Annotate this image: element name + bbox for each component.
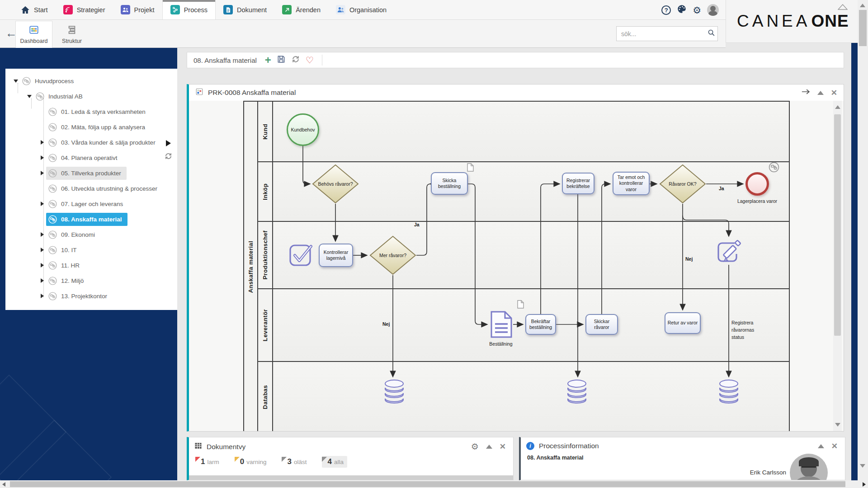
diagram-scrollbar[interactable]: [833, 101, 842, 431]
tree-item-03[interactable]: 03. Vårda kunder & sälja produkter: [5, 135, 177, 150]
tree-item-08-selected[interactable]: 08. Anskaffa material: [5, 211, 177, 227]
tree-item-label: 05. Tillverka produkter: [61, 170, 121, 177]
tree-item-10[interactable]: 10. IT: [5, 242, 177, 258]
tree-item-07[interactable]: 07. Lager och leverans: [5, 196, 177, 211]
register-edit-icon[interactable]: [715, 239, 743, 267]
panel-settings-icon[interactable]: ⚙: [471, 442, 479, 451]
palette-icon[interactable]: [677, 4, 687, 16]
user-avatar[interactable]: [707, 4, 719, 16]
panel-scrollbar[interactable]: [189, 475, 513, 480]
tree-refresh-icon[interactable]: [164, 152, 173, 162]
tree-item-huvudprocess[interactable]: Huvudprocess: [5, 73, 177, 89]
tree-item-04[interactable]: 04. Planera operativt: [5, 150, 177, 165]
chevron-right-icon[interactable]: [39, 140, 46, 145]
search-icon[interactable]: [708, 29, 715, 38]
chip-olast[interactable]: 3 oläst: [282, 456, 310, 468]
tab-dokument[interactable]: Dokument: [216, 0, 274, 19]
collapse-icon[interactable]: [486, 445, 492, 449]
tree-play-icon[interactable]: [166, 140, 171, 146]
manual-check-icon[interactable]: [288, 243, 314, 269]
collapse-icon[interactable]: [818, 444, 824, 448]
view-tab-dashboard[interactable]: Dashboard: [15, 21, 52, 48]
process-name: 08. Anskaffa material: [527, 455, 584, 461]
save-icon[interactable]: [277, 55, 286, 66]
tree-item-12[interactable]: 12. Miljö: [5, 273, 177, 288]
process-node-icon: [48, 215, 57, 224]
scrollbar-thumb[interactable]: [834, 114, 841, 336]
tree-item-06[interactable]: 06. Utveckla utrustning & processer: [5, 181, 177, 196]
scrollbar-thumb[interactable]: [859, 10, 867, 46]
bestallning-document-icon[interactable]: [490, 310, 513, 340]
tree-item-02[interactable]: 02. Mäta, följa upp & analysera: [5, 119, 177, 135]
lane-databas: Databas: [258, 362, 789, 432]
chevron-down-icon[interactable]: [26, 94, 33, 99]
scroll-down-icon[interactable]: [835, 423, 840, 427]
chevron-right-icon[interactable]: [39, 155, 46, 160]
owner-avatar[interactable]: [790, 454, 828, 480]
tree-item-13[interactable]: 13. Projektkontor: [5, 288, 177, 304]
task-tar-emot-kontrollerar[interactable]: Tar emot och kontrollerar varor: [613, 172, 650, 195]
gateway-ravaror-ok[interactable]: Råvaror OK?: [659, 164, 706, 204]
favorite-heart-icon[interactable]: ♡: [306, 56, 314, 65]
tree-item-09[interactable]: 09. Ekonomi: [5, 227, 177, 242]
scroll-down-icon[interactable]: [860, 464, 865, 468]
tab-projekt[interactable]: Projekt: [113, 0, 162, 19]
task-retur-av-varor[interactable]: Retur av varor: [665, 312, 701, 334]
database-icon[interactable]: [566, 379, 587, 406]
tab-arenden[interactable]: Ärenden: [274, 0, 328, 19]
chevron-right-icon[interactable]: [39, 294, 46, 298]
settings-gear-icon[interactable]: ⚙: [693, 5, 701, 15]
chevron-right-icon[interactable]: [39, 171, 46, 175]
close-icon[interactable]: ✕: [831, 442, 838, 450]
scroll-right-icon[interactable]: [863, 482, 866, 487]
chevron-down-icon[interactable]: [13, 79, 20, 83]
vertical-scrollbar[interactable]: [858, 0, 868, 480]
linked-process-icon[interactable]: [768, 161, 780, 175]
close-icon[interactable]: ✕: [500, 443, 506, 450]
database-icon[interactable]: [384, 379, 405, 406]
search-input[interactable]: [617, 30, 708, 38]
view-tab-struktur[interactable]: Struktur: [53, 21, 90, 48]
chip-alla[interactable]: 4 alla: [322, 456, 347, 468]
task-skickar-ravaror[interactable]: Skickar råvaror: [585, 314, 618, 335]
diagram-panel-title: PRK-0008 Anskaffa material: [208, 89, 296, 97]
collapse-header-icon[interactable]: [838, 4, 848, 12]
chevron-right-icon[interactable]: [39, 232, 46, 237]
task-registrerar-bekraftelse[interactable]: Registrerar bekräftelse: [562, 173, 594, 194]
node-label: Skicka beställning: [433, 178, 466, 189]
gateway-mer-ravaror[interactable]: Mer råvaror?: [369, 235, 416, 275]
chevron-right-icon[interactable]: [39, 278, 46, 283]
end-event-lagerplacera[interactable]: [745, 172, 769, 196]
tree-item-11[interactable]: 11. HR: [5, 258, 177, 273]
scroll-up-icon[interactable]: [835, 105, 840, 109]
add-icon[interactable]: +: [265, 55, 271, 66]
task-bekraftar-bestallning[interactable]: Bekräftar beställning: [525, 314, 556, 335]
edge-label-nej: Nej: [382, 321, 390, 327]
chip-varning[interactable]: 0 varning: [235, 456, 270, 468]
scroll-left-icon[interactable]: [2, 482, 5, 487]
close-icon[interactable]: ✕: [831, 89, 837, 97]
scrollbar-thumb[interactable]: [10, 481, 845, 487]
chevron-right-icon[interactable]: [39, 202, 46, 206]
strategy-radar-icon: [63, 5, 73, 14]
refresh-icon[interactable]: [291, 55, 300, 66]
process-node-icon: [48, 184, 57, 193]
tree-item-05[interactable]: 05. Tillverka produkter: [5, 165, 177, 181]
tab-process[interactable]: Process: [162, 0, 216, 19]
tab-start[interactable]: Start: [13, 0, 56, 19]
gateway-behovs-ravaror[interactable]: Behövs råvaror?: [312, 164, 359, 204]
database-icon[interactable]: [718, 379, 739, 406]
task-kontrollerar-lagerniva[interactable]: Kontrollerar lagernivå: [319, 244, 353, 267]
task-skicka-bestallning[interactable]: Skicka beställning: [431, 172, 468, 195]
open-arrow-icon[interactable]: [802, 89, 810, 97]
help-icon[interactable]: ?: [661, 5, 671, 15]
tab-organisation[interactable]: Organisation: [328, 0, 394, 19]
chip-larm[interactable]: 1 larm: [195, 456, 223, 468]
scroll-up-icon[interactable]: [860, 4, 865, 7]
chevron-right-icon[interactable]: [39, 248, 46, 252]
collapse-icon[interactable]: [817, 91, 824, 95]
horizontal-scrollbar[interactable]: [0, 480, 868, 488]
tab-strategier[interactable]: Strategier: [56, 0, 113, 19]
start-event-kundbehov[interactable]: Kundbehov: [287, 113, 319, 146]
chevron-right-icon[interactable]: [39, 263, 46, 267]
